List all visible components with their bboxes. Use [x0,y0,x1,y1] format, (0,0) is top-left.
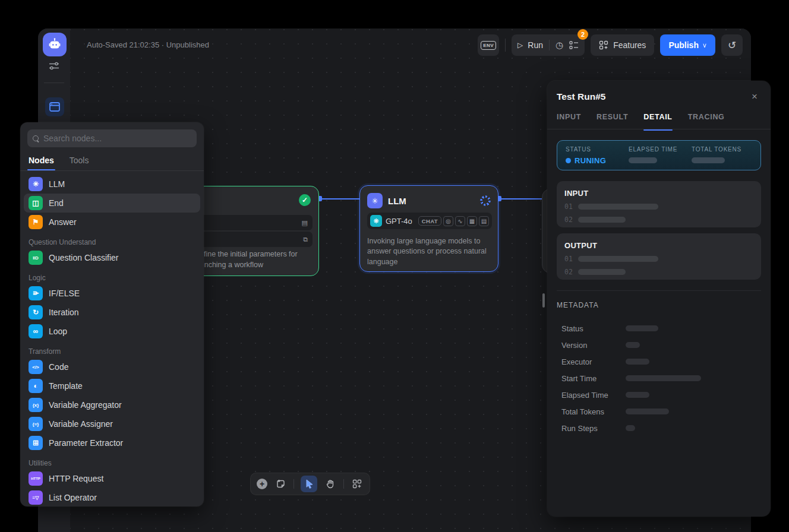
run-group-divider [549,40,550,50]
node-item-end[interactable]: ◫End [24,194,200,213]
openai-icon: ❋ [370,215,382,227]
workflow-settings-button[interactable] [49,61,59,71]
capability-icon: ▤ [479,216,489,226]
meta-label: Version [561,341,626,350]
panel-resize-handle[interactable] [542,293,545,308]
node-item-label: Parameter Extractor [49,438,123,448]
llm-node-title: LLM [388,196,406,206]
publish-button[interactable]: Publish ∨ [660,34,715,56]
run-button[interactable]: ▷ Run [517,40,543,50]
run-history-button[interactable]: ◷ [556,40,563,50]
rail-divider [44,83,64,83]
skeleton-bar [626,325,658,331]
pointer-tool-button[interactable] [301,476,317,492]
autosave-status: Auto-Saved 21:02:35 · Unpublished [87,40,209,49]
node-item-llm[interactable]: ✳LLM [24,175,200,194]
node-item-label: IF/ELSE [49,289,80,298]
input-header: INPUT [564,189,753,198]
node-item-label: Iteration [49,308,79,317]
answer-icon: ⚑ [29,215,43,229]
toolbar-divider [293,479,294,489]
node-item-label: LLM [49,179,65,189]
run-tab-detail[interactable]: DETAIL [643,113,672,131]
features-label: Features [613,40,646,50]
search-input[interactable] [43,134,191,143]
checklist-button[interactable] [569,41,579,49]
start-input-field[interactable]: ⧉ [194,232,313,247]
node-item-list-operator[interactable]: ≡▽List Operator [24,488,200,506]
start-node[interactable]: ✓ ▤ ⧉ Define the initial parameters for … [187,186,319,276]
app-logo[interactable] [43,33,67,56]
tab-nodes[interactable]: Nodes [29,156,54,170]
meta-label: Total Tokens [561,407,626,416]
capability-icon: ▦ [467,216,477,226]
env-variables-button[interactable]: ENV [478,34,499,56]
node-item-variable-assigner[interactable]: {=}Variable Assigner [24,414,200,433]
checklist-icon [569,41,579,49]
section-header: Transform [20,346,204,357]
node-item-code[interactable]: </>Code [24,357,200,376]
start-input-field[interactable]: ▤ [194,215,313,230]
node-item-label: Question Classifier [49,253,119,262]
loop-icon: ∞ [29,324,43,338]
run-tab-input[interactable]: INPUT [557,113,581,131]
history-icon: ↺ [728,39,736,52]
parameter-extractor-icon: ⊞ [29,436,43,450]
llm-node[interactable]: ✳ LLM ❋ GPT-4o CHAT ◎∿▦▤ Invoking large … [359,185,498,272]
llm-node-description: Invoking large language models to answer… [367,236,491,267]
add-node-button[interactable]: + [257,479,267,489]
template-icon: ◐ [29,379,43,393]
node-item-label: Answer [49,217,77,227]
row-index: 01 [564,255,573,263]
node-item-loop[interactable]: ∞Loop [24,322,200,341]
skeleton-bar [626,408,669,414]
skeleton-bar [578,204,658,210]
node-item-label: Code [49,362,68,372]
start-node-description: Define the initial parameters for launch… [194,249,314,270]
app-preview-button[interactable] [45,97,64,116]
version-history-button[interactable]: ↺ [721,34,743,56]
meta-label: Run Steps [561,424,626,433]
node-item-variable-aggregator[interactable]: {x}Variable Aggregator [24,395,200,414]
list-operator-icon: ≡▽ [29,490,43,505]
node-item-parameter-extractor[interactable]: ⊞Parameter Extractor [24,433,200,452]
node-item-label: HTTP Request [49,474,103,483]
node-item-answer[interactable]: ⚑Answer [24,213,200,232]
model-selector[interactable]: ❋ GPT-4o CHAT ◎∿▦▤ [367,213,492,229]
capability-icon: ◎ [443,216,453,226]
features-button[interactable]: Features [591,34,654,56]
skeleton-bar [578,269,626,275]
llm-icon: ✳ [29,177,43,191]
robot-icon [48,37,62,52]
node-item-label: End [49,198,64,208]
search-box[interactable] [27,129,197,147]
canvas-toolbar: + [250,473,370,495]
if-else-icon: ⋔ [29,286,43,300]
chevron-down-icon: ∨ [702,42,707,49]
toolbar-divider [343,479,344,489]
node-item-iteration[interactable]: ↻Iteration [24,303,200,322]
run-tab-result[interactable]: RESULT [597,113,628,131]
input-card: INPUT 0102 [557,181,761,227]
status-label: STATUS [566,146,629,153]
organize-nodes-button[interactable] [351,477,364,490]
paragraph-type-icon: ⧉ [303,236,308,243]
output-header: OUTPUT [564,241,753,250]
checklist-badge: 2 [577,29,588,40]
meta-label: Status [561,324,626,333]
metadata-rows: StatusVersionExecutorStart TimeElapsed T… [561,320,761,436]
close-icon[interactable]: × [748,90,761,103]
hand-tool-button[interactable] [324,477,337,490]
tab-tools[interactable]: Tools [70,156,89,170]
run-tab-tracing[interactable]: TRACING [688,113,725,131]
node-item-http-request[interactable]: HTTPHTTP Request [24,469,200,488]
node-item-question-classifier[interactable]: ‖DQuestion Classifier [24,248,200,267]
section-header: Logic [20,272,204,284]
node-item-if-else[interactable]: ⋔IF/ELSE [24,284,200,303]
tokens-skeleton [692,157,725,163]
add-note-button[interactable] [274,477,287,490]
node-item-label: Variable Aggregator [49,400,122,410]
model-name: GPT-4o [386,217,412,226]
node-item-template[interactable]: ◐Template [24,376,200,395]
meta-row-executor: Executor [561,353,761,370]
